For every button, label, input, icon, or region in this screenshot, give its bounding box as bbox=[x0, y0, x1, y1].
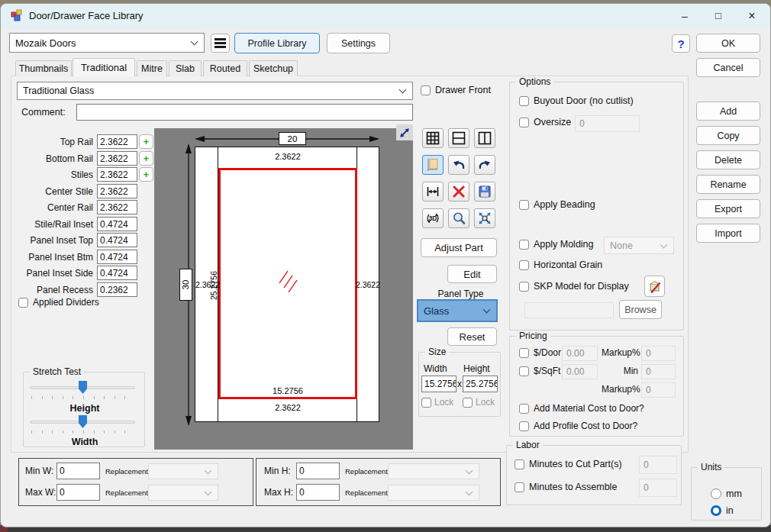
settings-button[interactable]: Settings bbox=[327, 33, 390, 53]
max-h-replacement-combo bbox=[388, 485, 479, 501]
drawer-front-checkbox[interactable] bbox=[421, 85, 431, 95]
add-profile-plus-button[interactable]: + bbox=[139, 167, 153, 182]
apply-molding-label: Apply Molding bbox=[534, 239, 594, 250]
comment-input[interactable] bbox=[76, 104, 413, 121]
param-input-stiles[interactable] bbox=[97, 167, 137, 182]
adjust-part-button[interactable]: Adjust Part bbox=[421, 238, 497, 257]
param-input-panel-inset-btm[interactable] bbox=[97, 250, 137, 264]
max-h-input[interactable] bbox=[296, 484, 340, 501]
param-input-top-rail[interactable] bbox=[97, 134, 137, 149]
height-slider-thumb[interactable] bbox=[79, 381, 87, 394]
param-input-stile-rail-inset[interactable] bbox=[97, 217, 137, 231]
param-input-panel-recess[interactable] bbox=[97, 282, 137, 297]
pricing-caption: Pricing bbox=[516, 330, 550, 341]
door-preview-canvas[interactable]: 20 30 2.3622 2.3622 2.3622 25.2756 bbox=[154, 128, 413, 450]
delete-x-icon bbox=[451, 184, 466, 199]
units-in-label: in bbox=[726, 505, 734, 516]
rename-button[interactable]: Rename bbox=[696, 175, 760, 194]
add-profile-plus-button[interactable]: + bbox=[139, 134, 153, 149]
apply-beading-checkbox[interactable] bbox=[519, 200, 529, 210]
3d-rotate-icon: 3D bbox=[425, 211, 440, 226]
lock-height-checkbox[interactable] bbox=[463, 398, 473, 408]
export-button[interactable]: Export bbox=[696, 199, 760, 218]
horizontal-grain-checkbox[interactable] bbox=[519, 260, 529, 270]
units-mm-radio[interactable] bbox=[711, 488, 721, 499]
param-input-panel-inset-side[interactable] bbox=[97, 266, 137, 280]
delete-button[interactable]: Delete bbox=[696, 150, 760, 169]
skp-model-checkbox[interactable] bbox=[519, 282, 529, 292]
tab-routed[interactable]: Routed bbox=[203, 60, 247, 76]
library-combo[interactable]: Mozaik Doors bbox=[9, 33, 205, 53]
size-width-input[interactable]: 15.2756 bbox=[421, 376, 456, 392]
param-input-center-stile[interactable] bbox=[97, 184, 137, 198]
units-in-radio[interactable] bbox=[711, 505, 721, 516]
import-button[interactable]: Import bbox=[696, 224, 760, 243]
panel-type-combo[interactable]: Glass bbox=[417, 299, 498, 322]
add-material-cost-checkbox[interactable] bbox=[519, 404, 529, 414]
resize-handle-icon[interactable] bbox=[396, 124, 413, 140]
rotate-3d-button[interactable]: 3D bbox=[422, 208, 444, 228]
explode-view-button[interactable] bbox=[474, 208, 495, 228]
add-button[interactable]: Add bbox=[696, 102, 760, 121]
pricing-group: Pricing $/Door 0.00 Markup% 0 $/SqFt 0.0… bbox=[509, 336, 684, 437]
redo-button[interactable] bbox=[474, 155, 495, 175]
lock-width-label: Lock bbox=[434, 397, 453, 408]
molding-value: None bbox=[610, 240, 633, 251]
tab-mitre[interactable]: Mitre bbox=[137, 60, 167, 76]
dimension-tool-button[interactable] bbox=[422, 182, 444, 202]
lock-width-checkbox[interactable] bbox=[421, 398, 431, 408]
per-sqft-label: $/SqFt bbox=[534, 366, 560, 376]
split-vertical-button[interactable] bbox=[474, 128, 495, 148]
tab-sketchup[interactable]: Sketchup bbox=[249, 60, 298, 76]
tab-slab[interactable]: Slab bbox=[169, 60, 202, 76]
size-height-input[interactable]: 25.2756 bbox=[463, 376, 498, 392]
tab-traditional[interactable]: Traditional bbox=[73, 58, 135, 76]
oversize-checkbox[interactable] bbox=[519, 118, 529, 127]
minutes-assemble-checkbox[interactable] bbox=[515, 482, 524, 492]
divide-grid-button[interactable] bbox=[422, 128, 444, 148]
reset-button[interactable]: Reset bbox=[447, 327, 497, 346]
close-button[interactable]: × bbox=[735, 3, 769, 28]
min-w-input[interactable] bbox=[56, 463, 100, 479]
copy-button[interactable]: Copy bbox=[696, 126, 760, 145]
face-style-combo[interactable]: Traditional Glass bbox=[17, 82, 413, 100]
panel-tool-button[interactable] bbox=[422, 155, 444, 175]
maximize-button[interactable]: □ bbox=[702, 3, 735, 28]
minimize-button[interactable]: – bbox=[668, 3, 702, 28]
minutes-cut-checkbox[interactable] bbox=[515, 459, 524, 469]
delete-tool-button[interactable] bbox=[448, 182, 469, 202]
param-input-panel-inset-top[interactable] bbox=[97, 233, 137, 247]
zoom-tool-button[interactable] bbox=[448, 208, 469, 228]
tab-thumbnails[interactable]: Thumbnails bbox=[15, 60, 72, 76]
param-input-center-rail[interactable] bbox=[97, 200, 137, 214]
param-input-bottom-rail[interactable] bbox=[97, 151, 137, 166]
panel-width-dim: 15.2756 bbox=[218, 386, 357, 395]
skp-picker-button[interactable] bbox=[644, 276, 665, 297]
cancel-button[interactable]: Cancel bbox=[696, 58, 760, 77]
width-slider-thumb[interactable] bbox=[79, 415, 87, 428]
add-profile-plus-button[interactable]: + bbox=[139, 151, 153, 166]
undo-button[interactable] bbox=[448, 155, 469, 175]
save-button[interactable] bbox=[474, 182, 495, 202]
split-horizontal-button[interactable] bbox=[448, 128, 469, 148]
help-button[interactable]: ? bbox=[672, 34, 690, 53]
browse-button[interactable]: Browse bbox=[619, 300, 662, 319]
buyout-door-checkbox[interactable] bbox=[519, 96, 529, 106]
applied-dividers-checkbox[interactable] bbox=[18, 298, 28, 308]
apply-beading-label: Apply Beading bbox=[534, 199, 595, 210]
min-input: 0 bbox=[641, 364, 676, 379]
param-label: Bottom Rail bbox=[8, 153, 93, 164]
profile-library-button[interactable]: Profile Library bbox=[234, 33, 320, 53]
max-w-input[interactable] bbox=[56, 484, 100, 501]
per-door-checkbox[interactable] bbox=[519, 348, 529, 358]
per-sqft-checkbox[interactable] bbox=[519, 366, 529, 376]
apply-molding-checkbox[interactable] bbox=[519, 240, 529, 250]
edit-button[interactable]: Edit bbox=[447, 265, 497, 283]
ok-button[interactable]: OK bbox=[696, 34, 760, 53]
undo-icon bbox=[451, 157, 466, 172]
minutes-cut-input: 0 bbox=[639, 456, 677, 474]
min-h-input[interactable] bbox=[296, 463, 340, 479]
menu-button[interactable] bbox=[211, 34, 230, 53]
add-profile-cost-checkbox[interactable] bbox=[519, 421, 529, 431]
param-label: Stile/Rail Inset bbox=[8, 219, 93, 230]
